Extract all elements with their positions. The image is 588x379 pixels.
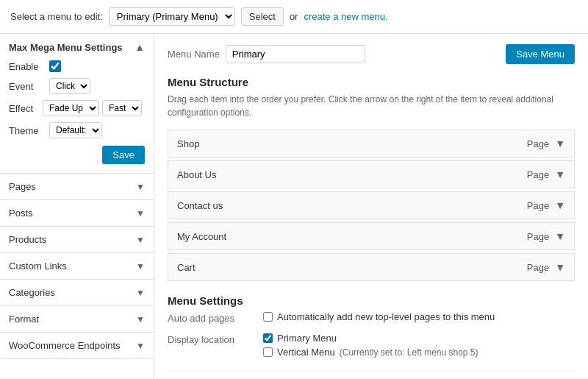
display-loc-vertical-menu: Vertical Menu (Currently set to: Left me…: [263, 347, 575, 358]
sidebar-section-arrow-woocommerce-endpoints: ▼: [136, 341, 145, 351]
event-label: Event: [9, 81, 49, 92]
sidebar-section-categories[interactable]: Categories ▼: [0, 280, 154, 306]
menu-item-name-about-us: About Us: [177, 169, 216, 180]
sidebar-section-header-format[interactable]: Format ▼: [0, 306, 154, 332]
menu-settings-title: Menu Settings: [168, 294, 575, 307]
display-loc-label-vertical-menu: Vertical Menu: [277, 347, 335, 358]
sidebar-section-arrow-pages: ▼: [136, 182, 145, 192]
sidebar-section-header-custom-links[interactable]: Custom Links ▼: [0, 253, 154, 279]
menu-item-expand-shop[interactable]: ▼: [555, 138, 565, 149]
enable-checkbox[interactable]: [49, 60, 61, 72]
sidebar-section-label-posts: Posts: [9, 208, 33, 219]
menu-item-type-shop: Page: [527, 138, 549, 149]
save-menu-button-top[interactable]: Save Menu: [506, 44, 575, 64]
auto-add-value: Automatically add new top-level pages to…: [263, 311, 575, 325]
menu-item-contact-us[interactable]: Contact us Page ▼: [168, 191, 575, 219]
sidebar-section-label-format: Format: [9, 314, 39, 325]
theme-select[interactable]: Default:: [49, 122, 102, 138]
menu-item-right-cart: Page ▼: [527, 261, 565, 273]
display-location-label: Display location: [168, 333, 263, 345]
sidebar-section-arrow-format: ▼: [136, 314, 145, 325]
display-loc-checkbox-primary-menu[interactable]: [263, 333, 273, 343]
sidebar-section-label-custom-links: Custom Links: [9, 261, 67, 272]
sidebar-section-header-woocommerce-endpoints[interactable]: WooCommerce Endpoints ▼: [0, 333, 154, 358]
sidebar-section-label-pages: Pages: [9, 181, 36, 192]
event-select[interactable]: Click: [49, 78, 90, 94]
sidebar-section-header-categories[interactable]: Categories ▼: [0, 280, 154, 305]
auto-add-label: Auto add pages: [168, 311, 263, 324]
theme-label: Theme: [9, 125, 49, 136]
sidebar-section-arrow-products: ▼: [136, 235, 145, 245]
menu-item-type-cart: Page: [527, 262, 549, 273]
menu-item-right-my-account: Page ▼: [527, 230, 565, 242]
menu-item-type-contact-us: Page: [527, 200, 549, 211]
main-layout: Max Mega Menu Settings ▲ Enable Event Cl…: [0, 34, 588, 378]
menu-item-right-shop: Page ▼: [527, 138, 565, 149]
menu-structure-title: Menu Structure: [168, 76, 575, 88]
mega-menu-save-button[interactable]: Save: [102, 146, 145, 164]
menu-item-expand-my-account[interactable]: ▼: [555, 230, 565, 242]
menu-item-right-about-us: Page ▼: [527, 169, 565, 180]
menu-item-expand-contact-us[interactable]: ▼: [555, 199, 565, 211]
effect-select-1[interactable]: Fade Up: [43, 100, 99, 116]
sidebar-section-arrow-posts: ▼: [136, 208, 145, 219]
sidebar-section-arrow-custom-links: ▼: [136, 261, 145, 272]
menu-name-left: Menu Name: [168, 45, 365, 63]
menu-item-cart[interactable]: Cart Page ▼: [168, 253, 575, 281]
enable-row: Enable: [9, 60, 145, 72]
menu-item-name-my-account: My Account: [177, 231, 226, 242]
top-bar: Select a menu to edit: Primary (Primary …: [0, 0, 588, 34]
collapse-mega-menu-button[interactable]: ▲: [135, 41, 145, 53]
sidebar-section-woocommerce-endpoints[interactable]: WooCommerce Endpoints ▼: [0, 333, 154, 359]
auto-add-row: Auto add pages Automatically add new top…: [168, 311, 575, 325]
auto-add-checkbox-row: Automatically add new top-level pages to…: [263, 311, 575, 322]
theme-row: Theme Default:: [9, 122, 145, 138]
sidebar-section-pages[interactable]: Pages ▼: [0, 174, 154, 200]
sidebar-section-arrow-categories: ▼: [136, 288, 145, 298]
menu-name-row: Menu Name Save Menu: [168, 44, 575, 64]
menu-item-my-account[interactable]: My Account Page ▼: [168, 222, 575, 250]
mega-menu-header: Max Mega Menu Settings ▲: [9, 41, 145, 53]
create-new-menu-link[interactable]: create a new menu.: [304, 11, 387, 22]
sidebar: Max Mega Menu Settings ▲ Enable Event Cl…: [0, 34, 154, 378]
effect-row: Effect Fade Up Fast: [9, 100, 145, 116]
menu-select[interactable]: Primary (Primary Menu): [109, 7, 235, 26]
sidebar-section-posts[interactable]: Posts ▼: [0, 200, 154, 227]
menu-item-right-contact-us: Page ▼: [527, 199, 565, 211]
sidebar-section-label-woocommerce-endpoints: WooCommerce Endpoints: [9, 340, 121, 351]
bottom-bar: Delete Menu Save Menu: [168, 371, 575, 378]
sidebar-section-products[interactable]: Products ▼: [0, 227, 154, 253]
display-loc-sub-vertical-menu: (Currently set to: Left menu shop 5): [340, 347, 478, 358]
display-loc-checkbox-vertical-menu[interactable]: [263, 347, 273, 357]
display-loc-primary-menu: Primary Menu: [263, 333, 575, 344]
menu-settings-section: Menu Settings Auto add pages Automatical…: [168, 294, 575, 361]
content-area: Menu Name Save Menu Menu Structure Drag …: [154, 34, 588, 378]
menu-item-name-cart: Cart: [177, 262, 196, 273]
enable-label: Enable: [9, 61, 49, 72]
effect-label: Effect: [9, 103, 43, 114]
menu-item-name-shop: Shop: [177, 138, 199, 149]
menu-item-shop[interactable]: Shop Page ▼: [168, 130, 575, 157]
auto-add-checkbox[interactable]: [263, 312, 273, 322]
sidebar-section-header-products[interactable]: Products ▼: [0, 227, 154, 252]
menu-item-type-my-account: Page: [527, 231, 549, 242]
sidebar-section-label-products: Products: [9, 234, 46, 245]
menu-name-input[interactable]: [226, 45, 365, 63]
sidebar-section-header-pages[interactable]: Pages ▼: [0, 174, 154, 199]
auto-add-text: Automatically add new top-level pages to…: [277, 311, 495, 322]
menu-item-expand-about-us[interactable]: ▼: [555, 169, 565, 180]
sidebar-sections: Pages ▼ Posts ▼ Products ▼ Custom Links …: [0, 174, 154, 359]
event-row: Event Click: [9, 78, 145, 94]
sidebar-section-custom-links[interactable]: Custom Links ▼: [0, 253, 154, 280]
menu-item-type-about-us: Page: [527, 169, 549, 180]
select-menu-label: Select a menu to edit:: [10, 11, 103, 22]
display-locations: Primary Menu Vertical Menu (Currently se…: [263, 333, 575, 361]
sidebar-section-format[interactable]: Format ▼: [0, 306, 154, 333]
display-loc-label-primary-menu: Primary Menu: [277, 333, 337, 344]
menu-item-expand-cart[interactable]: ▼: [555, 261, 565, 273]
select-button[interactable]: Select: [241, 7, 284, 26]
mega-menu-settings-panel: Max Mega Menu Settings ▲ Enable Event Cl…: [0, 34, 154, 174]
effect-select-2[interactable]: Fast: [102, 100, 142, 116]
menu-item-about-us[interactable]: About Us Page ▼: [168, 160, 575, 188]
sidebar-section-header-posts[interactable]: Posts ▼: [0, 200, 154, 226]
